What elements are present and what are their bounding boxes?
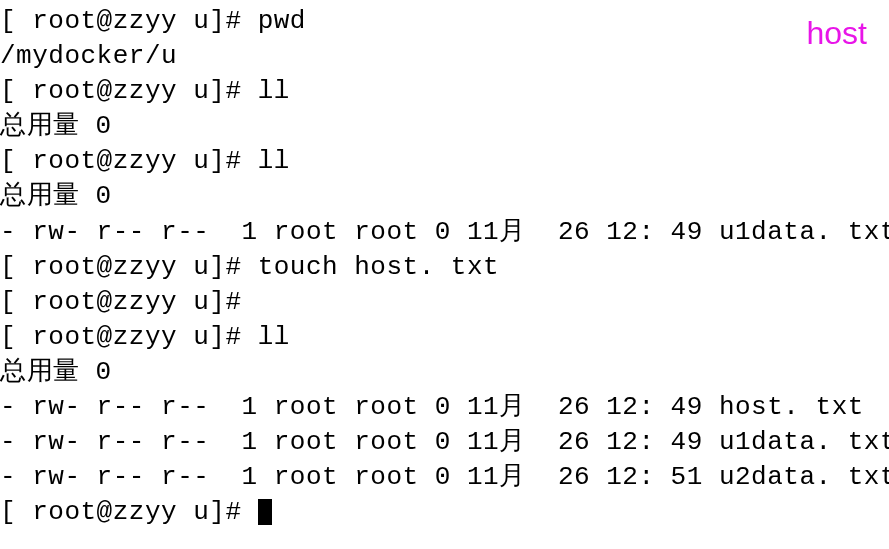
cursor-icon xyxy=(258,499,272,525)
terminal-line: [ root@zzyy u]# ll xyxy=(0,144,889,179)
terminal-line: [ root@zzyy u]# pwd xyxy=(0,4,889,39)
terminal-output: 总用量 0 xyxy=(0,179,889,214)
command-ll: ll xyxy=(258,322,290,352)
annotation-label: host xyxy=(807,12,867,55)
terminal-line-active[interactable]: [ root@zzyy u]# xyxy=(0,495,889,530)
prompt: [ root@zzyy u]# xyxy=(0,76,258,106)
prompt: [ root@zzyy u]# xyxy=(0,6,258,36)
command-touch: touch host. txt xyxy=(258,252,500,282)
terminal-output: /mydocker/u xyxy=(0,39,889,74)
command-ll: ll xyxy=(258,146,290,176)
terminal-line: [ root@zzyy u]# ll xyxy=(0,320,889,355)
terminal-output-file: - rw- r-- r-- 1 root root 0 11月 26 12: 4… xyxy=(0,390,889,425)
prompt: [ root@zzyy u]# xyxy=(0,146,258,176)
prompt: [ root@zzyy u]# xyxy=(0,287,242,317)
command-ll: ll xyxy=(258,76,290,106)
terminal-output-file: - rw- r-- r-- 1 root root 0 11月 26 12: 4… xyxy=(0,425,889,460)
terminal-output-file: - rw- r-- r-- 1 root root 0 11月 26 12: 5… xyxy=(0,460,889,495)
terminal-output-file: - rw- r-- r-- 1 root root 0 11月 26 12: 4… xyxy=(0,215,889,250)
prompt: [ root@zzyy u]# xyxy=(0,322,258,352)
terminal-line: [ root@zzyy u]# xyxy=(0,285,889,320)
terminal-output: 总用量 0 xyxy=(0,109,889,144)
terminal-line: [ root@zzyy u]# ll xyxy=(0,74,889,109)
command-pwd: pwd xyxy=(258,6,306,36)
prompt: [ root@zzyy u]# xyxy=(0,497,258,527)
terminal-output: 总用量 0 xyxy=(0,355,889,390)
prompt: [ root@zzyy u]# xyxy=(0,252,258,282)
terminal-line: [ root@zzyy u]# touch host. txt xyxy=(0,250,889,285)
